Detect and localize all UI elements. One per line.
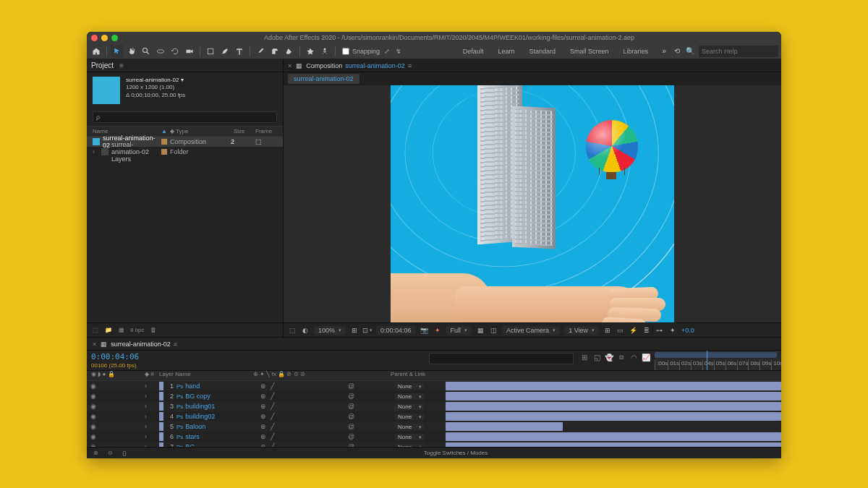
pickwhip-icon[interactable]: @ — [348, 433, 354, 440]
snap-opts2-icon[interactable]: ↯ — [394, 47, 403, 56]
sort-icon[interactable]: ▲ — [161, 128, 167, 134]
new-folder-icon[interactable]: 📁 — [104, 326, 113, 335]
layer-name[interactable]: Psbuilding02 — [176, 413, 258, 420]
flow-tab[interactable]: surreal-animation-02 — [288, 74, 359, 84]
switch-shy-icon[interactable]: ⊕ — [260, 423, 266, 430]
col-label-icon[interactable]: ◆ — [170, 128, 176, 134]
comp-mini-flow-icon[interactable]: ⊞ — [580, 353, 589, 361]
guides-icon[interactable]: ◫ — [489, 326, 498, 335]
layer-row[interactable]: ◉›2PsBG copy⊕╱@None▾ — [87, 391, 781, 401]
visibility-icon[interactable]: ◉ — [90, 413, 97, 420]
pickwhip-icon[interactable]: @ — [348, 403, 354, 410]
switch-collapse-icon[interactable]: ╱ — [271, 423, 274, 430]
res-dropdown-icon[interactable]: ⊡ — [363, 326, 372, 335]
col-parent[interactable]: Parent & Link — [391, 371, 441, 380]
layer-bar[interactable] — [446, 422, 563, 431]
switch-shy-icon[interactable]: ⊕ — [260, 433, 266, 440]
layer-bar[interactable] — [446, 402, 781, 411]
camera-dropdown[interactable]: Active Camera — [502, 326, 560, 335]
workspace-more-icon[interactable]: » — [660, 47, 668, 56]
pickwhip-icon[interactable]: @ — [348, 413, 354, 420]
layer-row[interactable]: ◉›6Psstars⊕╱@None▾ — [87, 432, 781, 442]
pickwhip-icon[interactable]: @ — [348, 382, 354, 390]
workspace-learn[interactable]: Learn — [495, 46, 517, 56]
layer-bar[interactable] — [446, 412, 781, 421]
panel-menu-icon[interactable]: ≡ — [119, 61, 124, 69]
search-help-input[interactable] — [699, 46, 778, 57]
visibility-icon[interactable]: ◉ — [90, 382, 97, 390]
channel-icon[interactable]: ✦ — [433, 326, 442, 335]
switch-collapse-icon[interactable]: ╱ — [271, 413, 274, 420]
tl-opt3-icon[interactable]: {} — [120, 449, 129, 458]
clone-tool-icon[interactable] — [268, 45, 281, 58]
traffic-max-icon[interactable] — [111, 35, 118, 41]
disclosure-icon[interactable]: › — [145, 393, 150, 400]
layer-bar[interactable] — [446, 432, 781, 441]
res-auto-icon[interactable]: ⊞ — [350, 326, 359, 335]
brush-tool-icon[interactable] — [254, 45, 267, 58]
quality-dropdown[interactable]: Full — [446, 326, 472, 335]
layer-name[interactable]: PsBG copy — [176, 393, 258, 400]
exposure-value[interactable]: +0.0 — [681, 327, 694, 334]
work-area[interactable] — [655, 352, 777, 358]
disclosure-icon[interactable]: › — [145, 433, 150, 440]
toggle-alpha-icon[interactable]: ◐ — [301, 326, 310, 335]
disclosure-icon[interactable]: › — [93, 148, 98, 155]
label-color-icon[interactable] — [161, 149, 167, 155]
tl-opt2-icon[interactable]: ⊖ — [106, 449, 114, 458]
label-color-icon[interactable] — [161, 139, 167, 145]
graph-editor-icon[interactable]: 📈 — [642, 353, 650, 361]
pen-tool-icon[interactable] — [218, 45, 231, 58]
col-type[interactable]: Type — [176, 128, 234, 134]
traffic-min-icon[interactable] — [101, 35, 108, 41]
current-time[interactable]: 0:00:04:06 — [91, 352, 422, 361]
switch-collapse-icon[interactable]: ╱ — [271, 393, 274, 400]
layer-row[interactable]: ◉›4Psbuilding02⊕╱@None▾ — [87, 411, 781, 421]
mask-guide-icon[interactable]: ⬚ — [288, 326, 297, 335]
toggle-switches-modes[interactable]: Toggle Switches / Modes — [424, 450, 488, 456]
layer-bar[interactable] — [446, 382, 781, 390]
comp-canvas[interactable] — [391, 85, 674, 322]
parent-dropdown[interactable]: None▾ — [395, 414, 425, 420]
roto-tool-icon[interactable] — [304, 45, 317, 58]
flowchart-icon[interactable]: ⊶ — [655, 326, 664, 335]
project-row[interactable]: › surreal-animation-02 Layers Folder — [87, 147, 283, 157]
workspace-default[interactable]: Default — [460, 46, 487, 56]
switch-shy-icon[interactable]: ⊕ — [260, 382, 266, 390]
visibility-icon[interactable]: ◉ — [90, 423, 97, 430]
tl-opt1-icon[interactable]: ⊕ — [91, 449, 100, 458]
layer-track[interactable] — [446, 391, 781, 401]
grid-icon[interactable]: ▦ — [476, 326, 485, 335]
layer-track[interactable] — [446, 432, 781, 442]
motion-blur-icon[interactable]: ◠ — [629, 353, 638, 361]
shy-icon[interactable]: 👻 — [605, 353, 613, 361]
reset-exposure-icon[interactable]: ✦ — [668, 326, 677, 335]
trash-icon[interactable]: 🗑 — [149, 326, 158, 335]
parent-dropdown[interactable]: None▾ — [395, 393, 425, 400]
snap-opts-icon[interactable]: ⤢ — [383, 47, 391, 56]
home-icon[interactable] — [90, 45, 103, 58]
layer-name[interactable]: Pshand — [176, 382, 258, 390]
parent-dropdown[interactable]: None▾ — [395, 424, 425, 430]
preview-time[interactable]: 0:00:04:06 — [376, 326, 416, 335]
new-comp-icon[interactable]: ▦ — [117, 326, 126, 335]
layer-name[interactable]: Psbuilding01 — [176, 403, 258, 410]
pixel-aspect-icon[interactable]: ▭ — [616, 326, 625, 335]
switch-shy-icon[interactable]: ⊕ — [260, 393, 266, 400]
col-layername[interactable]: Layer Name — [159, 371, 253, 380]
snapshot-icon[interactable]: 📷 — [420, 326, 429, 335]
parent-dropdown[interactable]: None▾ — [395, 403, 425, 410]
layer-row[interactable]: ◉›3Psbuilding01⊕╱@None▾ — [87, 401, 781, 411]
comp-canvas-area[interactable] — [284, 85, 781, 322]
disclosure-icon[interactable]: › — [145, 403, 150, 410]
switch-collapse-icon[interactable]: ╱ — [271, 382, 274, 390]
layer-track[interactable] — [446, 381, 781, 391]
layer-track[interactable] — [446, 411, 781, 421]
fast-preview-icon[interactable]: ⚡ — [629, 326, 638, 335]
time-ruler[interactable]: :00s01s02s03s04s05s06s07s08s09s10s — [655, 351, 781, 370]
col-size[interactable]: Size — [234, 128, 255, 134]
timeline-search[interactable] — [429, 353, 574, 364]
workspace-standard[interactable]: Standard — [526, 46, 558, 56]
frame-blend-icon[interactable]: ⧈ — [617, 353, 626, 361]
layer-track[interactable] — [446, 401, 781, 411]
